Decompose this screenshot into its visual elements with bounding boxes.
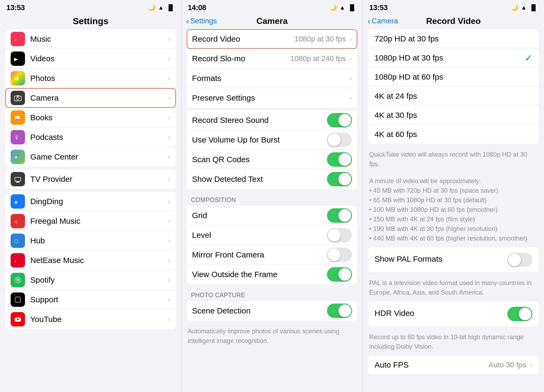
scanqr-toggle[interactable] [327, 152, 352, 167]
formats-label: Formats [192, 74, 348, 83]
nav-bar-1: Settings [0, 14, 181, 29]
svg-rect-5 [16, 95, 19, 97]
camera-recordslomo-row[interactable]: Record Slo-mo 1080p at 240 fps › [187, 49, 357, 68]
photos-icon: ✿ [11, 71, 25, 85]
level-label: Level [192, 231, 327, 240]
settings-item-books[interactable]: 📖 Books › [5, 108, 176, 127]
chevron-hub: › [168, 236, 171, 245]
option-1080p60-label: 1080p HD at 60 fps [375, 72, 532, 81]
settings-item-netease[interactable]: ♪ NetEase Music › [5, 251, 176, 270]
hub-icon: ⬡ [11, 234, 25, 248]
option-1080p30[interactable]: 1080p HD at 30 fps ✓ [368, 48, 539, 67]
camera-recordstereo-row[interactable]: Record Stereo Sound [187, 110, 357, 130]
option-720p30[interactable]: 720p HD at 30 fps [368, 29, 539, 48]
chevron-recordvideo: › [350, 35, 352, 43]
hdr-knob [519, 308, 532, 320]
level-toggle[interactable] [327, 228, 352, 242]
chevron-camera: › [168, 94, 171, 102]
settings-item-music[interactable]: ♪ Music › [5, 29, 176, 49]
chevron-tvprovider: › [168, 175, 171, 183]
settings-item-photos[interactable]: ✿ Photos › [5, 68, 176, 88]
settings-item-freegal[interactable]: ♫ Freegal Music › [5, 211, 176, 231]
camera-volumeburst-row[interactable]: Use Volume Up for Burst [187, 130, 357, 150]
option-4k30-label: 4K at 30 fps [375, 111, 532, 120]
option-4k30[interactable]: 4K at 30 fps [368, 106, 539, 125]
scenedetection-toggle[interactable] [327, 304, 352, 318]
youtube-label: YouTube [30, 315, 167, 324]
recordstereo-label: Record Stereo Sound [192, 116, 327, 125]
hdr-row[interactable]: HDR Video [368, 301, 539, 326]
mirrorfrontcamera-toggle[interactable] [327, 248, 352, 262]
option-4k24[interactable]: 4K at 24 fps [368, 87, 539, 106]
settings-item-podcasts[interactable]: 🎙 Podcasts › [5, 127, 176, 147]
svg-rect-11 [16, 182, 20, 183]
status-icons-2: 🌙 ▲ ▐▌ [330, 4, 356, 11]
nav-bar-2: ‹ Settings Camera [181, 14, 363, 29]
netease-icon: ♪ [11, 253, 25, 268]
settings-item-gamecenter[interactable]: ✦ Game Center › [5, 147, 176, 167]
freegal-icon: ♫ [11, 214, 25, 228]
back-chevron-2: ‹ [186, 17, 189, 25]
settings-item-tvprovider[interactable]: TV Provider › [5, 169, 176, 189]
recordvideo-panel-title: Record Video [426, 16, 481, 26]
settings-item-support[interactable]: Support › [5, 290, 176, 309]
recordstereo-knob [338, 114, 351, 127]
quicktake-note: QuickTake video will always record with … [363, 147, 544, 173]
camera-scenedetection-row[interactable]: Scene Detection [187, 301, 357, 321]
moon-icon-1: 🌙 [148, 4, 155, 11]
status-bar-3: 13:53 🌙 ▲ ▐▌ [363, 0, 544, 14]
chevron-formats: › [350, 74, 352, 83]
chevron-preservesettings: › [350, 94, 352, 102]
pal-section: Show PAL Formats [368, 247, 539, 272]
settings-item-hub[interactable]: ⬡ Hub › [5, 231, 176, 251]
svg-text:♫: ♫ [14, 219, 18, 224]
pal-toggle[interactable] [507, 253, 532, 267]
back-button-3[interactable]: ‹ Camera [368, 17, 398, 25]
chevron-youtube: › [168, 315, 171, 324]
autofps-row[interactable]: Auto FPS Auto 30 fps › [368, 356, 539, 374]
pal-knob [508, 253, 521, 266]
settings-title: Settings [73, 16, 108, 26]
settings-item-camera[interactable]: Camera › [5, 88, 176, 108]
camera-recordvideo-row[interactable]: Record Video 1080p at 30 fps › [187, 29, 357, 49]
hdr-content: HDR Video [375, 309, 507, 319]
pal-row[interactable]: Show PAL Formats [368, 247, 539, 272]
showdetectedtext-toggle[interactable] [327, 172, 352, 186]
volumeburst-toggle[interactable] [327, 133, 352, 147]
settings-item-videos[interactable]: ▶ Videos › [5, 49, 176, 68]
camera-label: Camera [30, 93, 167, 102]
camera-showdetectedtext-row[interactable]: Show Detected Text [187, 169, 357, 189]
wifi-icon-3: ▲ [521, 4, 527, 11]
settings-item-spotify[interactable]: Spotify › [5, 270, 176, 290]
back-button-2[interactable]: ‹ Settings [186, 17, 217, 25]
hdr-desc: Record up to 60 fps video in 10-bit high… [363, 329, 544, 356]
support-icon [11, 292, 25, 307]
autofps-value: Auto 30 fps [488, 361, 526, 369]
camera-formats-row[interactable]: Formats › [187, 68, 357, 88]
camera-mirrorfrontcamera-row[interactable]: Mirror Front Camera [187, 245, 357, 265]
moon-icon-3: 🌙 [511, 4, 518, 11]
camera-preservesettings-row[interactable]: Preserve Settings › [187, 88, 357, 108]
option-4k60[interactable]: 4K at 60 fps [368, 125, 539, 144]
hdr-toggle[interactable] [507, 307, 532, 321]
camera-level-row[interactable]: Level [187, 225, 357, 245]
preservesettings-label: Preserve Settings [192, 93, 348, 102]
camera-viewoutsideframe-row[interactable]: View Outside the Frame [187, 265, 357, 284]
viewoutsideframe-toggle[interactable] [327, 267, 352, 282]
option-1080p60[interactable]: 1080p HD at 60 fps [368, 67, 539, 87]
grid-toggle[interactable] [327, 208, 352, 223]
chevron-photos: › [168, 74, 171, 83]
settings-item-youtube[interactable]: YouTube › [5, 309, 176, 329]
minute-note: A minute of video will be approximately:… [363, 173, 544, 247]
chevron-recordslomo: › [350, 54, 352, 63]
camera-scanqr-row[interactable]: Scan QR Codes [187, 150, 357, 169]
back-label-2: Settings [190, 17, 217, 25]
hdr-section: HDR Video [368, 301, 539, 326]
app-items-section: ◈ DingDing › ♫ Freegal Music › ⬡ Hub › [5, 192, 176, 329]
camera-grid-row[interactable]: Grid [187, 206, 357, 225]
recordstereo-toggle[interactable] [327, 113, 352, 127]
photocapture-list: Scene Detection [187, 301, 357, 321]
svg-text:▶: ▶ [14, 57, 18, 62]
svg-rect-17 [15, 297, 20, 302]
settings-item-dingding[interactable]: ◈ DingDing › [5, 192, 176, 211]
